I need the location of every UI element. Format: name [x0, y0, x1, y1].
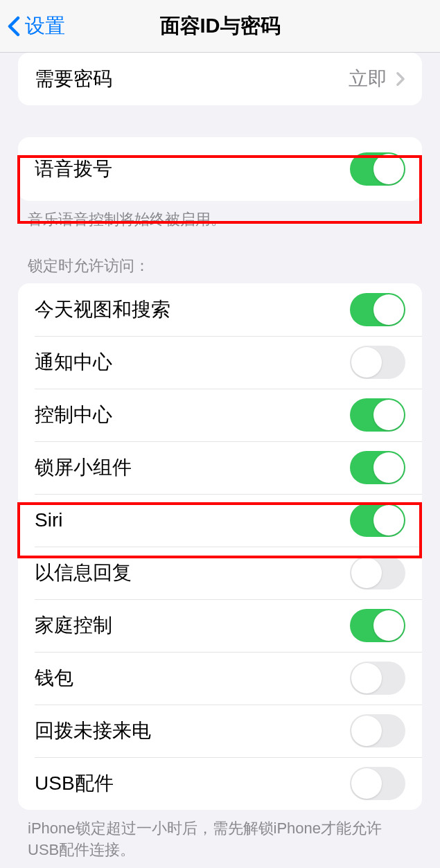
reply-message-row: 以信息回复: [18, 547, 422, 599]
lock-access-group: 今天视图和搜索 通知中心 控制中心 锁屏小组件 Siri 以信息回复 家庭控制: [18, 283, 422, 810]
usb-accessories-label: USB配件: [35, 770, 114, 797]
control-center-toggle[interactable]: [350, 398, 405, 432]
control-center-label: 控制中心: [35, 402, 112, 428]
wallet-label: 钱包: [35, 665, 73, 691]
lock-widgets-toggle[interactable]: [350, 451, 405, 484]
voice-dial-toggle[interactable]: [350, 152, 405, 186]
home-control-row: 家庭控制: [18, 599, 422, 652]
return-calls-toggle[interactable]: [350, 714, 405, 747]
home-control-toggle[interactable]: [350, 609, 405, 642]
today-view-row: 今天视图和搜索: [18, 283, 422, 336]
back-button[interactable]: 设置: [0, 12, 65, 40]
return-calls-row: 回拨未接来电: [18, 705, 422, 757]
voice-dial-label: 语音拨号: [35, 156, 112, 182]
voice-dial-footer: 音乐语音控制将始终被启用。: [0, 201, 440, 231]
home-control-label: 家庭控制: [35, 612, 112, 639]
wallet-toggle[interactable]: [350, 662, 405, 695]
lock-widgets-label: 锁屏小组件: [35, 454, 132, 481]
back-label: 设置: [25, 12, 65, 40]
require-passcode-value: 立即: [349, 66, 387, 92]
require-passcode-value-wrap: 立即: [349, 66, 405, 92]
navigation-bar: 设置 面容ID与密码: [0, 0, 440, 53]
notification-center-label: 通知中心: [35, 349, 112, 375]
notification-center-row: 通知中心: [18, 336, 422, 389]
require-passcode-label: 需要密码: [35, 66, 112, 92]
notification-center-toggle[interactable]: [350, 346, 405, 379]
siri-row: Siri: [18, 494, 422, 547]
wallet-row: 钱包: [18, 652, 422, 705]
reply-message-toggle[interactable]: [350, 556, 405, 590]
return-calls-label: 回拨未接来电: [35, 718, 151, 744]
reply-message-label: 以信息回复: [35, 560, 132, 586]
page-title: 面容ID与密码: [160, 12, 281, 40]
usb-footer: iPhone锁定超过一小时后，需先解锁iPhone才能允许USB配件连接。: [0, 810, 440, 861]
chevron-left-icon: [7, 16, 21, 37]
chevron-right-icon: [396, 71, 405, 87]
today-view-toggle[interactable]: [350, 293, 405, 326]
require-passcode-row[interactable]: 需要密码 立即: [18, 53, 422, 105]
lock-widgets-row: 锁屏小组件: [18, 441, 422, 494]
lock-access-header: 锁定时允许访问：: [0, 231, 440, 283]
siri-toggle[interactable]: [350, 504, 405, 537]
control-center-row: 控制中心: [18, 389, 422, 441]
require-passcode-group: 需要密码 立即: [18, 53, 422, 105]
usb-accessories-toggle[interactable]: [350, 767, 405, 800]
today-view-label: 今天视图和搜索: [35, 296, 170, 323]
usb-accessories-row: USB配件: [18, 757, 422, 810]
voice-dial-group: 语音拨号: [18, 137, 422, 201]
siri-label: Siri: [35, 509, 62, 531]
voice-dial-row: 语音拨号: [18, 137, 422, 201]
